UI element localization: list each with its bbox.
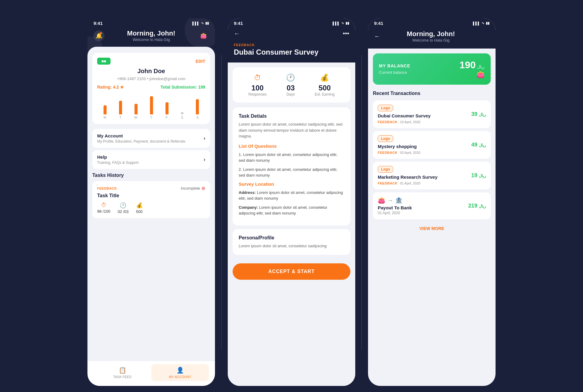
- help-subtitle: Training, FAQs & Support: [97, 161, 138, 165]
- back-button-3[interactable]: ←: [374, 33, 380, 40]
- accept-start-button[interactable]: ACCEPT & START: [233, 263, 350, 280]
- subtitle-text: Welcome to Hala Gig: [127, 37, 176, 42]
- tx-amount-value-2: 49: [471, 142, 477, 148]
- days-stat-icon: 🕐: [286, 73, 295, 82]
- help-menu-item[interactable]: Help Training, FAQs & Support ›: [92, 150, 210, 169]
- chart-day-label: W: [131, 116, 140, 119]
- tx-date-2: 03 April, 2020: [400, 151, 420, 154]
- tx-left-2: Logo Mystery shopping FEEDBACK 03 April,…: [378, 135, 420, 154]
- edit-button[interactable]: EDIT: [196, 59, 205, 64]
- chart-day-label: T: [116, 116, 125, 119]
- transaction-item-1: Logo Dubai Consumer Survey FEEDBACK 10 A…: [373, 100, 491, 128]
- responses-stat: ⏱ 100 Responses: [248, 73, 267, 96]
- my-account-nav-icon: 👤: [176, 367, 184, 374]
- earning-label: Est. Earning: [315, 92, 335, 96]
- responses-label: Responses: [248, 92, 267, 96]
- task-stat-earning: 💰 500: [136, 202, 143, 214]
- tx-type-1: FEEDBACK: [378, 120, 397, 124]
- bar-col-M: [104, 105, 107, 114]
- task-feed-nav-item[interactable]: 📋 TASK FEED: [94, 364, 151, 381]
- days-value: 02 /03: [118, 209, 128, 214]
- bar-col-S: [196, 99, 199, 114]
- tx-meta-1: FEEDBACK 10 April, 2020: [378, 120, 431, 124]
- days-label: Days: [286, 92, 295, 96]
- responses-icon: ⏱: [101, 202, 107, 208]
- tx-amount-1: 39 ريال: [471, 111, 486, 117]
- payout-amount: 219 ريال: [468, 203, 486, 209]
- balance-wallet-icon: 👛: [459, 71, 485, 79]
- balance-card: MY BALANCE Current balance 190 ريال 👛: [373, 53, 491, 85]
- my-account-title: My Account: [97, 133, 185, 138]
- payout-currency: ريال: [479, 204, 486, 208]
- wallet-payout-icon: 👛: [378, 197, 385, 204]
- wifi-icon-2: ∿: [341, 21, 344, 25]
- bar-segment: [150, 96, 153, 114]
- rating-value: 4.2: [113, 85, 119, 90]
- task-type-badge: FEEDBACK: [97, 187, 117, 190]
- tx-currency-2: ريال: [479, 143, 486, 147]
- more-options-button[interactable]: •••: [343, 30, 349, 37]
- tx-name-2: Mystery shopping: [378, 144, 420, 149]
- help-menu-content: Help Training, FAQs & Support: [97, 154, 138, 165]
- tx-logo-3: Logo: [378, 166, 393, 173]
- my-account-nav-item[interactable]: 👤 MY ACCOUNT: [151, 364, 209, 381]
- rating-display: Rating: 4.2 ★: [97, 85, 124, 90]
- help-title: Help: [97, 154, 138, 160]
- screen-balance: 9:41 ▌▌▌ ∿ ▮▮ ← Morning, John! Welcome t…: [368, 18, 496, 386]
- bar-col-W: [135, 104, 138, 114]
- task-feed-icon: 📋: [119, 367, 126, 374]
- question-2: 2. Lorem ipsum dolor sit amet, consetetu…: [239, 167, 344, 178]
- task-stats: ⏱ 98 /100 🕐 02 /03 💰 500: [97, 202, 205, 214]
- tx-left-3: Logo Marketing Research Survey FEEDBACK …: [378, 166, 438, 185]
- days-number: 03: [286, 84, 295, 92]
- task-card-header: FEEDBACK Incomplete ⊗: [97, 185, 205, 191]
- incomplete-icon: ⊗: [201, 185, 205, 191]
- company-label: Company:: [239, 205, 258, 210]
- chart-day-label: F: [162, 116, 171, 119]
- tx-currency-3: ريال: [479, 174, 486, 178]
- task-card: FEEDBACK Incomplete ⊗ Task Title ⏱ 98 /1…: [92, 181, 210, 218]
- persona-heading: Persona/Profile: [239, 235, 344, 241]
- tx-meta-2: FEEDBACK 03 April, 2020: [378, 151, 420, 154]
- tx-type-3: FEEDBACK: [378, 181, 397, 185]
- chart-day-label: S: [193, 116, 202, 119]
- responses-value: 98 /100: [97, 209, 110, 214]
- signal-icon-2: ▌▌▌: [333, 22, 340, 25]
- company-field: Company: Lorem ipsum dolor sit amet, con…: [239, 204, 344, 216]
- my-account-menu-item[interactable]: My Account My Profile, Education, Paymen…: [92, 129, 210, 148]
- bar-col-T: [119, 101, 122, 114]
- persona-text: Lorem ipsum dolor sit amet, consetetur s…: [239, 243, 344, 249]
- status-bar-2: 9:41 ▌▌▌ ∿ ▮▮: [228, 18, 355, 27]
- balance-currency: ريال: [477, 64, 485, 69]
- screen2-body: ⏱ 100 Responses 🕐 03 Days 💰 500 Est. Ear…: [228, 63, 355, 386]
- bar-col-T: [150, 96, 153, 114]
- notification-dot: [100, 32, 102, 34]
- wifi-icon-3: ∿: [482, 21, 484, 25]
- header-title-area: Morning, John! Welcome to Hala Gig: [127, 29, 176, 42]
- my-account-subtitle: My Profile, Education, Payment, document…: [97, 139, 185, 144]
- payout-amount-value: 219: [468, 203, 477, 209]
- back-button[interactable]: ←: [234, 30, 240, 37]
- chart-labels: MTWTFSS: [97, 116, 205, 119]
- balance-subtitle: Current balance: [379, 70, 410, 75]
- bank-icon: 🏦: [395, 197, 403, 204]
- balance-amount: 190: [459, 59, 476, 70]
- chart-day-label: M: [100, 116, 109, 119]
- bar-col-S: [181, 112, 183, 114]
- view-more-button[interactable]: VIEW MORE: [373, 222, 491, 235]
- survey-stats-card: ⏱ 100 Responses 🕐 03 Days 💰 500 Est. Ear…: [233, 67, 350, 103]
- questions-heading: List Of Questions: [239, 144, 344, 149]
- tx-amount-value-1: 39: [471, 111, 477, 117]
- screen-divider-1: [221, 55, 222, 349]
- payout-icons: 👛 → 🏦: [378, 197, 412, 204]
- payout-left: 👛 → 🏦 Payout To Bank 01 April, 2020: [378, 197, 412, 215]
- profile-stats: Rating: 4.2 ★ Total Submission: 199: [97, 85, 205, 90]
- task-status-badge: Incomplete ⊗: [181, 185, 205, 191]
- screen3-title-area: Morning, John! Welcome to Hala Gig: [380, 30, 479, 42]
- bar-segment: [165, 102, 169, 114]
- address-field: Address: Lorem ipsum dolor sit amet, con…: [239, 190, 344, 201]
- days-stat: 🕐 03 Days: [286, 73, 295, 96]
- screen3-greeting: Morning, John!: [383, 30, 479, 38]
- bar-segment: [104, 105, 107, 114]
- persona-card: Persona/Profile Lorem ipsum dolor sit am…: [233, 229, 350, 255]
